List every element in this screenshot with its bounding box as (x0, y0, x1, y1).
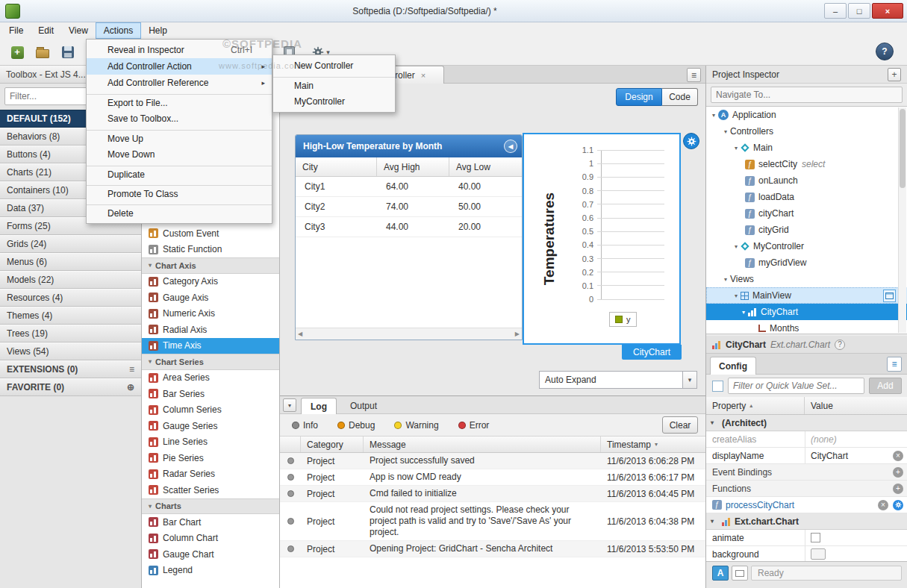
menu-item[interactable]: Save to Toolbox... (87, 110, 272, 127)
add-component-button[interactable]: + (888, 68, 901, 81)
horizontal-scrollbar[interactable]: ◀ ▶ (296, 328, 522, 340)
prop-row-displayname[interactable]: displayName CityChart × (706, 448, 907, 464)
log-row[interactable]: Project Could not read project settings.… (280, 502, 705, 541)
scroll-left-icon[interactable]: ◀ (298, 331, 302, 337)
prop-value[interactable]: CityChart (805, 448, 888, 463)
component-help-icon[interactable]: ? (835, 340, 845, 350)
toolbox-category[interactable]: Resources (4) (0, 289, 141, 307)
toolbox-item[interactable]: Scatter Series (142, 482, 279, 498)
expand-arrow-icon[interactable]: ▾ (732, 293, 741, 299)
submenu-item[interactable]: Main (273, 77, 395, 93)
tree-node[interactable]: ▾ MainView (706, 287, 907, 304)
help-button[interactable]: ? (876, 43, 894, 60)
menu-item[interactable]: Add Controller Reference ▸ (87, 75, 272, 91)
toolbox-item[interactable]: Chart Axis (142, 257, 279, 274)
expand-arrow-icon[interactable]: ▾ (709, 112, 718, 119)
maximize-button[interactable]: □ (848, 3, 870, 19)
column-header-timestamp[interactable]: Timestamp ▾ (601, 437, 705, 452)
tree-node[interactable]: ▾ Main (706, 140, 907, 156)
collapse-arrow-icon[interactable]: ▾ (711, 518, 718, 525)
prop-row-createalias[interactable]: createAlias (none) (706, 431, 907, 448)
combo-caret-icon[interactable]: ▾ (682, 372, 696, 388)
tree-node[interactable]: selectCity select (706, 156, 907, 172)
frame-button[interactable] (732, 566, 748, 581)
component-config-button[interactable] (683, 133, 699, 149)
architect-button[interactable]: A (712, 566, 729, 581)
scroll-right-icon[interactable]: ▶ (515, 331, 520, 337)
panel-menu-button[interactable]: ▾ (283, 398, 296, 412)
prop-row-animate[interactable]: animate (706, 530, 907, 546)
log-row[interactable]: Project App is now CMD ready 11/6/2013 6… (280, 469, 705, 486)
design-mode-button[interactable]: Design (616, 88, 662, 106)
toolbox-category[interactable]: Models (22) (0, 271, 141, 289)
log-row[interactable]: Project Cmd failed to initialize 11/6/20… (280, 486, 705, 502)
menu-bar-item[interactable]: Edit (31, 22, 61, 39)
prop-row-functions[interactable]: Functions + (706, 481, 907, 497)
log-row[interactable]: Project Opening Project: GridChart - Sen… (280, 541, 705, 557)
prop-section-ext-chart[interactable]: ▾ Ext.chart.Chart (706, 513, 907, 530)
animate-checkbox[interactable] (811, 533, 820, 542)
close-button[interactable]: × (872, 3, 903, 19)
add-config-button[interactable]: Add (869, 378, 902, 394)
tree-node[interactable]: ▾ CityChart (706, 304, 907, 320)
toolbox-item[interactable]: Gauge Axis (142, 290, 279, 306)
toolbox-item[interactable]: Custom Event (142, 225, 279, 242)
menu-item[interactable]: Export to File... (87, 94, 272, 110)
filter-checkbox[interactable] (712, 381, 723, 392)
open-project-button[interactable] (31, 42, 54, 63)
background-editor-button[interactable] (811, 548, 826, 560)
toolbox-item[interactable]: Column Series (142, 402, 279, 419)
tree-node[interactable]: ▾ Views (706, 271, 907, 287)
expand-arrow-icon[interactable]: ▾ (721, 276, 730, 283)
log-filter-toggle[interactable]: Debug (337, 420, 375, 431)
collapse-button[interactable]: ◀ (504, 140, 517, 153)
submenu-item[interactable]: MyController (273, 93, 395, 110)
menu-item[interactable]: Add Controller Action ▸ (87, 58, 272, 75)
tab-config[interactable]: Config (710, 357, 756, 375)
tab-list-button[interactable]: ≡ (687, 68, 701, 82)
log-filter-toggle[interactable]: Warning (394, 420, 438, 431)
tree-node[interactable]: myGridView (706, 254, 907, 271)
scrollbar-thumb[interactable] (900, 109, 906, 188)
toolbox-category[interactable]: EXTENSIONS (0) ≡ (0, 360, 141, 378)
config-filter-input[interactable] (728, 378, 864, 394)
log-filter-toggle[interactable]: Info (292, 420, 318, 431)
tree-node[interactable]: Months (706, 320, 907, 334)
tree-node[interactable]: ▾ MyController (706, 238, 907, 254)
menu-item[interactable]: Move Down (87, 146, 272, 163)
tree-node[interactable]: onLaunch (706, 172, 907, 189)
prop-value[interactable]: (none) (805, 431, 907, 447)
toolbox-item[interactable]: Bar Series (142, 386, 279, 402)
menu-bar-item[interactable]: Help (141, 22, 175, 39)
add-event-binding-icon[interactable]: + (893, 467, 903, 478)
grid-component[interactable]: High-Low Temperature by Month ◀ City Avg… (295, 134, 523, 340)
toolbox-item[interactable]: Time Axis (142, 338, 279, 354)
clear-value-icon[interactable]: × (893, 451, 903, 461)
submenu-item[interactable]: New Controller (273, 57, 395, 74)
property-column-header[interactable]: Property ▴ (706, 397, 805, 414)
table-row[interactable]: City3 44.00 20.00 (296, 217, 522, 237)
prop-row-processcitychart[interactable]: processCityChart × (706, 497, 907, 513)
column-header-avg-low[interactable]: Avg Low (449, 157, 522, 176)
new-project-button[interactable]: + (6, 42, 28, 63)
column-header-avg-high[interactable]: Avg High (377, 157, 449, 176)
menu-bar-item[interactable]: File (1, 22, 31, 39)
column-header-city[interactable]: City (296, 157, 377, 176)
function-settings-button[interactable] (893, 500, 903, 510)
toolbox-item[interactable]: Legend (142, 563, 279, 579)
code-mode-button[interactable]: Code (662, 88, 698, 106)
menu-bar-item[interactable]: Actions (96, 22, 141, 39)
tab-log[interactable]: Log (301, 398, 337, 414)
group-list-button[interactable]: ≡ (887, 357, 902, 372)
menu-item[interactable]: Reveal in Inspector Ctrl+I (87, 42, 272, 58)
prop-section-architect[interactable]: ▾ (Architect) (706, 415, 907, 431)
auto-expand-combo[interactable]: Auto Expand ▾ (539, 371, 697, 389)
tree-node[interactable]: ▾ Application (706, 107, 907, 123)
toolbox-item[interactable]: Category Axis (142, 274, 279, 290)
expand-arrow-icon[interactable]: ▾ (721, 128, 730, 135)
add-function-icon[interactable]: + (893, 484, 903, 494)
remove-function-icon[interactable]: × (878, 500, 888, 510)
toolbox-item[interactable]: Line Series (142, 434, 279, 451)
toolbox-item[interactable]: Gauge Chart (142, 546, 279, 563)
toolbox-item[interactable]: Bar Chart (142, 514, 279, 531)
